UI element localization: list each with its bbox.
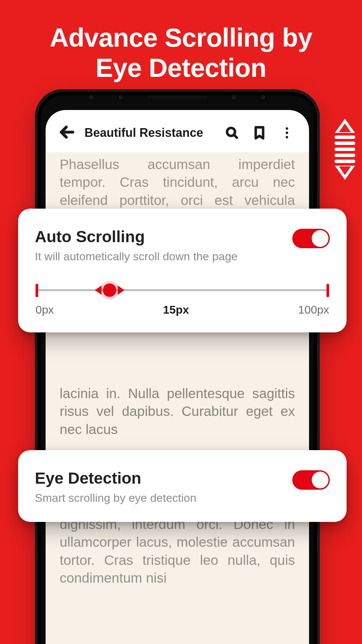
phone-screen: Beautiful Resistance Phasellus accumsan … [46,110,309,644]
app-bar: Beautiful Resistance [46,110,309,152]
eye-detection-toggle[interactable] [292,470,330,490]
phone-sensor-bar [35,94,320,101]
eye-detection-title: Eye Detection [35,469,284,487]
reader-text-block: dignissim, interdum orci. Donec in ullam… [60,516,295,587]
eye-detection-subtitle: Smart scrolling by eye detection [35,491,284,504]
phone-mockup: Beautiful Resistance Phasellus accumsan … [35,89,320,644]
slider-value-label: 15px [163,303,189,316]
document-title: Beautiful Resistance [84,126,214,140]
slider-min-label: 0px [36,303,54,316]
scroll-indicator-icon [333,119,357,180]
auto-scrolling-subtitle: It will autometically scroll down the pa… [35,250,284,263]
svg-point-2 [286,131,288,134]
hero-title-line1: Advance Scrolling by [50,23,312,52]
reader-text-block: lacinia in. Nulla pellentesque sagittis … [60,385,295,438]
hero-title: Advance Scrolling by Eye Detection [0,0,362,83]
svg-point-1 [286,127,288,130]
auto-scrolling-card: Auto Scrolling It will autometically scr… [18,209,347,332]
bookmark-icon[interactable] [250,123,269,142]
hero-title-line2: Eye Detection [96,53,266,83]
search-icon[interactable] [223,123,241,142]
svg-point-3 [286,136,288,138]
slider-thumb[interactable] [103,283,116,297]
back-arrow-icon[interactable] [58,123,76,142]
speed-slider[interactable]: 0px 15px 100px [35,289,330,316]
auto-scrolling-title: Auto Scrolling [35,227,284,246]
auto-scrolling-toggle[interactable] [292,229,330,248]
more-icon[interactable] [278,123,296,142]
slider-max-label: 100px [298,303,329,316]
eye-detection-card: Eye Detection Smart scrolling by eye det… [18,450,347,522]
